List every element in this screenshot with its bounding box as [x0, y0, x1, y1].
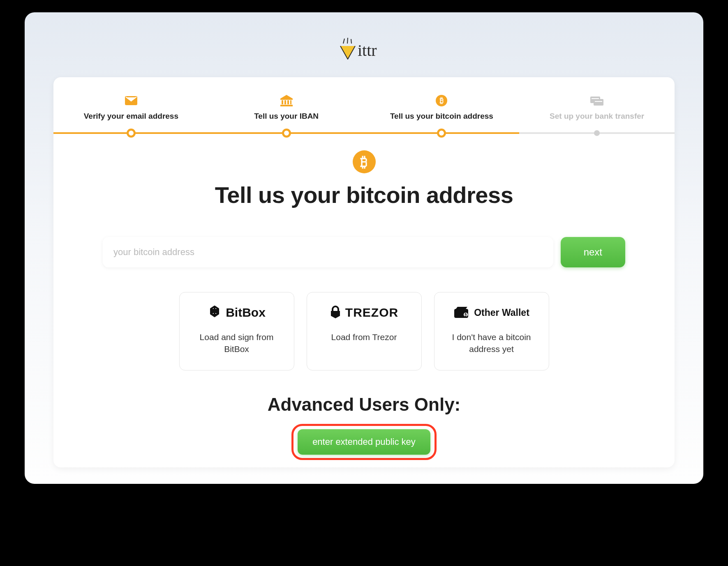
svg-rect-3 [282, 100, 283, 104]
svg-line-1 [347, 38, 348, 44]
brand-text: ittr [358, 41, 377, 60]
step-label: Verify your email address [53, 112, 209, 121]
next-button[interactable]: next [561, 237, 625, 267]
bittr-logo-icon: ittr [335, 37, 393, 61]
lock-icon [330, 306, 341, 320]
bitbox-icon [208, 306, 222, 320]
wallet-description: Load and sign from BitBox [188, 331, 286, 355]
page-title: Tell us your bitcoin address [53, 182, 675, 208]
step-bitcoin-address: ₿ Tell us your bitcoin address [364, 94, 520, 121]
wallet-description: Load from Trezor [315, 331, 413, 343]
svg-text:₿: ₿ [465, 313, 467, 317]
progress-stepper: Verify your email address Tell us your I… [53, 94, 675, 121]
step-label: Tell us your bitcoin address [364, 112, 520, 121]
step-label: Set up your bank transfer [519, 112, 675, 121]
bitcoin-icon: ₿ [364, 94, 520, 108]
svg-rect-6 [290, 100, 291, 104]
track-segment [519, 132, 675, 134]
bitcoin-icon: ₿ [353, 150, 376, 173]
step-iban: Tell us your IBAN [209, 94, 364, 121]
wallet-brand-label: Other Wallet [474, 307, 529, 318]
svg-rect-4 [284, 100, 286, 104]
svg-line-2 [351, 39, 351, 44]
svg-rect-10 [594, 99, 603, 106]
svg-rect-5 [287, 100, 289, 104]
step-verify-email: Verify your email address [53, 94, 209, 121]
step-dot [437, 129, 446, 138]
advanced-button-wrap: enter extended public key [53, 424, 675, 460]
step-dot [594, 130, 600, 136]
wallet-card-other[interactable]: ₿ Other Wallet I don't have a bitcoin ad… [434, 292, 549, 370]
step-dot [282, 129, 291, 138]
svg-rect-11 [595, 101, 602, 102]
advanced-section-title: Advanced Users Only: [53, 394, 675, 415]
step-label: Tell us your IBAN [209, 112, 364, 121]
bank-icon [209, 94, 364, 108]
wallet-brand-label: TREZOR [345, 306, 398, 320]
enter-xpub-button[interactable]: enter extended public key [298, 429, 430, 455]
wallet-options: BitBox Load and sign from BitBox TREZOR … [53, 292, 675, 370]
brand-logo: ittr [335, 37, 393, 61]
track-segment [209, 132, 364, 134]
transfer-icon [519, 94, 675, 108]
wallet-description: I don't have a bitcoin address yet [443, 331, 541, 355]
stepper-track [53, 132, 675, 134]
bitcoin-address-input[interactable] [103, 237, 553, 267]
main-card: Verify your email address Tell us your I… [53, 77, 675, 467]
svg-rect-7 [280, 105, 293, 106]
track-segment [53, 132, 209, 134]
wallet-icon: ₿ [453, 306, 470, 320]
highlight-annotation: enter extended public key [291, 424, 437, 460]
svg-rect-9 [592, 98, 599, 99]
step-dot [127, 129, 136, 138]
page-icon: ₿ [353, 150, 376, 173]
wallet-card-bitbox[interactable]: BitBox Load and sign from BitBox [179, 292, 294, 370]
address-input-row: next [53, 237, 675, 267]
track-segment [364, 132, 520, 134]
svg-line-0 [343, 39, 344, 44]
wallet-card-trezor[interactable]: TREZOR Load from Trezor [307, 292, 422, 370]
app-window: ittr Verify your email address Tell us y… [25, 12, 703, 484]
envelope-icon [53, 94, 209, 108]
wallet-brand-label: BitBox [226, 306, 266, 320]
step-bank-transfer: Set up your bank transfer [519, 94, 675, 121]
